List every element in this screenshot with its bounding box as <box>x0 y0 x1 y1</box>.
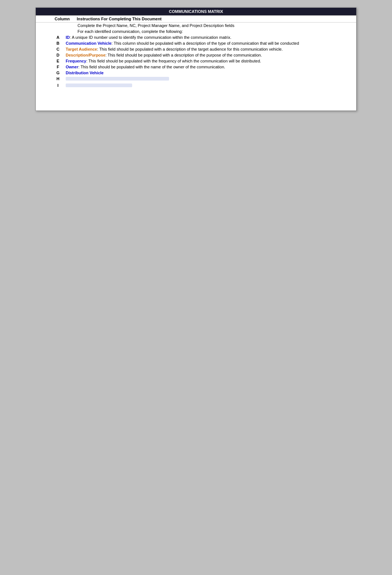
document-title: COMMUNICATIONS MATRIX <box>36 8 356 16</box>
intro-spacer-1 <box>36 23 52 29</box>
row-desc-e: Frequency: This field should be populate… <box>63 58 356 64</box>
row-letter-g: G <box>52 70 63 76</box>
intro-spacer-2 <box>36 28 52 34</box>
row-desc-f: Owner: This field should be populated wi… <box>63 64 356 70</box>
data-row-b: BCommunication Vehicle: This column shou… <box>36 40 356 46</box>
highlight-term-d: Description/Purpose <box>66 53 106 57</box>
intro-row-2: For each identified communication, compl… <box>36 28 356 34</box>
blurred-desc-i <box>63 82 356 89</box>
blurred-content-h <box>66 77 169 81</box>
column-header: Column <box>52 16 75 23</box>
row-letter-d: D <box>52 52 63 58</box>
intro-text-1: Complete the Project Name, NC, Project M… <box>75 23 356 29</box>
highlight-term-c: Target Audience <box>66 47 97 51</box>
row-letter-b: B <box>52 40 63 46</box>
row-desc-c: Target Audience: This field should be po… <box>63 46 356 52</box>
data-row-f: FOwner: This field should be populated w… <box>36 64 356 70</box>
data-row-e: EFrequency: This field should be populat… <box>36 58 356 64</box>
row-desc-d: Description/Purpose: This field should b… <box>63 52 356 58</box>
row-spacer-b <box>36 40 52 46</box>
data-row-g: GDistribution Vehicle <box>36 70 356 76</box>
blurred-spacer-h <box>36 76 52 82</box>
row-desc-g: Distribution Vehicle <box>63 70 356 76</box>
blurred-desc-h <box>63 76 356 82</box>
table-container: Column Instructions For Completing This … <box>36 16 356 89</box>
document-container: COMMUNICATIONS MATRIX Column Instruction… <box>35 7 357 111</box>
blurred-row-h: H <box>36 76 356 82</box>
data-row-a: AID: A unique ID number used to identify… <box>36 34 356 40</box>
blurred-row-i: I <box>36 82 356 89</box>
row-letter-c: C <box>52 46 63 52</box>
row-letter-e: E <box>52 58 63 64</box>
instructions-header: Instructions For Completing This Documen… <box>75 16 356 23</box>
row-spacer-e <box>36 58 52 64</box>
row-desc-a: ID: A unique ID number used to identify … <box>63 34 356 40</box>
intro-col-1 <box>52 23 75 29</box>
row-spacer-g <box>36 70 52 76</box>
header-spacer <box>36 16 52 23</box>
blurred-spacer-i <box>36 82 52 89</box>
row-desc-b: Communication Vehicle: This column shoul… <box>63 40 356 46</box>
blurred-letter-i: I <box>52 82 63 89</box>
row-spacer-a <box>36 34 52 40</box>
highlight-term-f: Owner <box>66 65 78 69</box>
row-spacer-f <box>36 64 52 70</box>
row-letter-f: F <box>52 64 63 70</box>
highlight-term-e: Frequency <box>66 59 86 63</box>
row-spacer-c <box>36 46 52 52</box>
intro-row-1: Complete the Project Name, NC, Project M… <box>36 23 356 29</box>
table-header-row: Column Instructions For Completing This … <box>36 16 356 23</box>
intro-text-2: For each identified communication, compl… <box>75 28 356 34</box>
highlight-term-g: Distribution Vehicle <box>66 71 104 75</box>
highlight-term-b: Communication Vehicle <box>66 41 111 45</box>
data-row-c: CTarget Audience: This field should be p… <box>36 46 356 52</box>
row-spacer-d <box>36 52 52 58</box>
data-row-d: DDescription/Purpose: This field should … <box>36 52 356 58</box>
intro-col-2 <box>52 28 75 34</box>
blurred-letter-h: H <box>52 76 63 82</box>
blurred-content-i <box>66 84 132 87</box>
highlight-term-a: ID <box>66 35 70 40</box>
row-letter-a: A <box>52 34 63 40</box>
